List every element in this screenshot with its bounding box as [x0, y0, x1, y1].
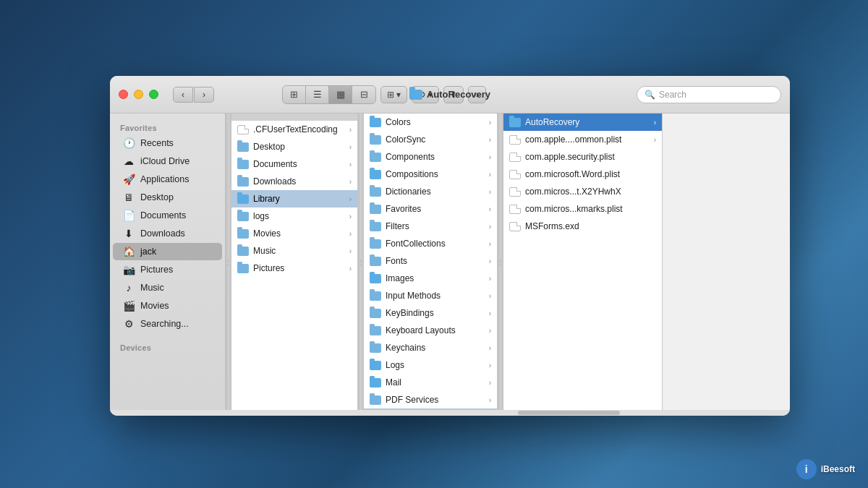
search-box[interactable]: 🔍 Search [637, 86, 781, 103]
window-title-area: AutoRecovery [409, 89, 490, 100]
col1-item-library[interactable]: Library › [231, 190, 357, 207]
col2-item-fonts[interactable]: Fonts › [364, 252, 497, 270]
col1-label-movies: Movies [253, 228, 281, 239]
documents-icon: 📄 [123, 210, 135, 221]
col3-item-microsoft-x2y[interactable]: com.micros...t.X2YHwhX [503, 183, 662, 200]
col2-item-keybindings[interactable]: KeyBindings › [364, 304, 497, 322]
list-view-btn[interactable]: ☰ [306, 86, 329, 103]
downloads-icon: ⬇ [123, 228, 135, 239]
col2-item-logs[interactable]: Logs › [364, 356, 497, 374]
col1-item-desktop[interactable]: Desktop › [231, 138, 357, 155]
col2-label-colors: Colors [386, 117, 411, 127]
sidebar-item-icloud[interactable]: ☁ iCloud Drive [113, 153, 222, 170]
col2-item-dictionaries[interactable]: Dictionaries › [364, 183, 497, 200]
horizontal-scrollbar[interactable] [110, 410, 790, 416]
col2-item-keyboardlayouts[interactable]: Keyboard Layouts › [364, 322, 497, 339]
sidebar-item-documents[interactable]: 📄 Documents [113, 207, 222, 224]
col1-item-logs[interactable]: logs › [231, 207, 357, 225]
col2-label-components: Components [386, 152, 435, 162]
close-button[interactable] [119, 90, 128, 99]
sidebar-item-music[interactable]: ♪ Music [113, 279, 222, 296]
col2-item-colors[interactable]: Colors › [364, 114, 497, 131]
minimize-button[interactable] [134, 90, 143, 99]
chevron-icon: › [489, 240, 491, 248]
chevron-icon: › [489, 309, 491, 317]
chevron-icon: › [489, 205, 491, 213]
sidebar-item-movies[interactable]: 🎬 Movies [113, 297, 222, 314]
folder-icon [370, 274, 381, 283]
col3-label-autorecovery: AutoRecovery [525, 117, 579, 127]
col1-label-library: Library [253, 194, 280, 204]
sidebar-label-jack: jack [140, 247, 156, 257]
gallery-view-btn[interactable]: ⊟ [352, 86, 375, 103]
col3-item-microsoft-word[interactable]: com.microsoft.Word.plist [503, 166, 662, 183]
folder-icon [237, 264, 249, 273]
maximize-button[interactable] [149, 90, 158, 99]
icon-view-btn[interactable]: ⊞ [283, 86, 306, 103]
folder-icon [370, 135, 381, 145]
col2-label-colorsync: ColorSync [386, 134, 425, 145]
column-view-btn[interactable]: ▦ [329, 86, 352, 103]
forward-button[interactable]: › [194, 87, 214, 103]
chevron-icon: › [489, 153, 491, 161]
col1-label-documents: Documents [253, 159, 297, 169]
divider-col2-col3[interactable] [498, 114, 503, 410]
sidebar-item-recents[interactable]: 🕐 Recents [113, 134, 222, 152]
back-button[interactable]: ‹ [173, 87, 193, 103]
col1-item-downloads[interactable]: Downloads › [231, 173, 357, 190]
col3-item-apple-common[interactable]: com.apple....ommon.plist › [503, 131, 662, 148]
sidebar-item-pictures[interactable]: 📷 Pictures [113, 261, 222, 278]
chevron-icon: › [349, 143, 352, 151]
col3-item-msforms[interactable]: MSForms.exd [503, 218, 662, 235]
folder-icon [370, 153, 381, 162]
col2-item-pdfservices[interactable]: PDF Services › [364, 391, 497, 408]
divider-sidebar-col1[interactable] [226, 114, 231, 410]
col2-item-filters[interactable]: Filters › [364, 218, 497, 235]
col2-item-mail[interactable]: Mail › [364, 374, 497, 391]
col2-item-fontcollections[interactable]: FontCollections › [364, 235, 497, 252]
col3-item-apple-security[interactable]: com.apple.security.plist [503, 148, 662, 166]
applications-icon: 🚀 [123, 174, 135, 185]
traffic-lights [119, 90, 158, 99]
col3-item-autorecovery[interactable]: AutoRecovery › [503, 114, 662, 131]
sidebar-label-applications: Applications [140, 174, 189, 184]
col2-item-compositions[interactable]: Compositions › [364, 166, 497, 183]
col1-item-movies[interactable]: Movies › [231, 225, 357, 242]
col3-item-microsoft-kmarks[interactable]: com.micros...kmarks.plist [503, 200, 662, 218]
sidebar-label-icloud: iCloud Drive [140, 156, 190, 166]
col1-label-logs: logs [253, 211, 269, 221]
folder-icon [370, 343, 381, 353]
col1-item-cfusertextencoding[interactable]: .CFUserTextEncoding › [231, 121, 357, 138]
size-dropdown[interactable]: ⊞▾ [380, 86, 407, 103]
sidebar-item-searching[interactable]: ⚙ Searching... [113, 315, 222, 333]
divider-col1-col2[interactable] [358, 114, 364, 410]
sidebar-item-jack[interactable]: 🏠 jack [113, 243, 222, 260]
col1-item-music[interactable]: Music › [231, 242, 357, 260]
col2-item-images[interactable]: Images › [364, 270, 497, 287]
col2-label-filters: Filters [386, 221, 409, 231]
sidebar-item-desktop[interactable]: 🖥 Desktop [113, 189, 222, 206]
col2-item-preferences[interactable]: Preferences › [364, 408, 497, 410]
col1-item-documents[interactable]: Documents › [231, 155, 357, 173]
col2-item-favorites[interactable]: Favorites › [364, 200, 497, 218]
chevron-icon: › [489, 379, 491, 387]
col2-item-colorsync[interactable]: ColorSync › [364, 131, 497, 148]
chevron-icon: › [489, 171, 491, 179]
col2-label-fonts: Fonts [386, 256, 407, 266]
folder-icon [370, 326, 381, 335]
sidebar-item-downloads[interactable]: ⬇ Downloads [113, 225, 222, 242]
folder-icon [370, 187, 381, 197]
chevron-icon: › [349, 247, 352, 255]
column-2: Colors › ColorSync › Components › Compos… [364, 114, 498, 410]
sidebar-item-applications[interactable]: 🚀 Applications [113, 171, 222, 188]
col1-label-desktop: Desktop [253, 142, 285, 152]
titlebar: ‹ › AutoRecovery ⊞ ☰ ▦ ⊟ ⊞▾ ⚙▾ ⬆ ○ 🔍 Sea… [110, 76, 790, 114]
folder-icon [237, 142, 249, 152]
col2-item-inputmethods[interactable]: Input Methods › [364, 287, 497, 304]
col2-item-keychains[interactable]: Keychains › [364, 339, 497, 356]
folder-icon [370, 170, 381, 179]
col2-item-components[interactable]: Components › [364, 148, 497, 166]
sidebar-label-music: Music [140, 283, 164, 293]
chevron-icon: › [349, 230, 352, 238]
col1-item-pictures[interactable]: Pictures › [231, 260, 357, 277]
